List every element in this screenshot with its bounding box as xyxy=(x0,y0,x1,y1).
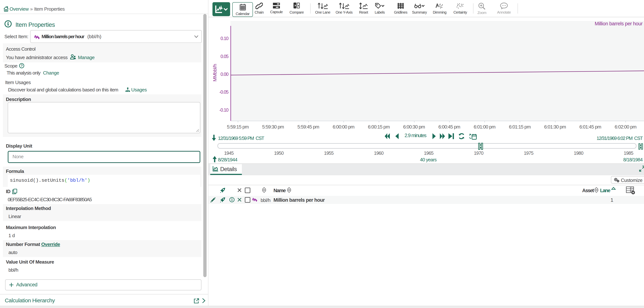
svg-text:?: ? xyxy=(21,64,22,68)
